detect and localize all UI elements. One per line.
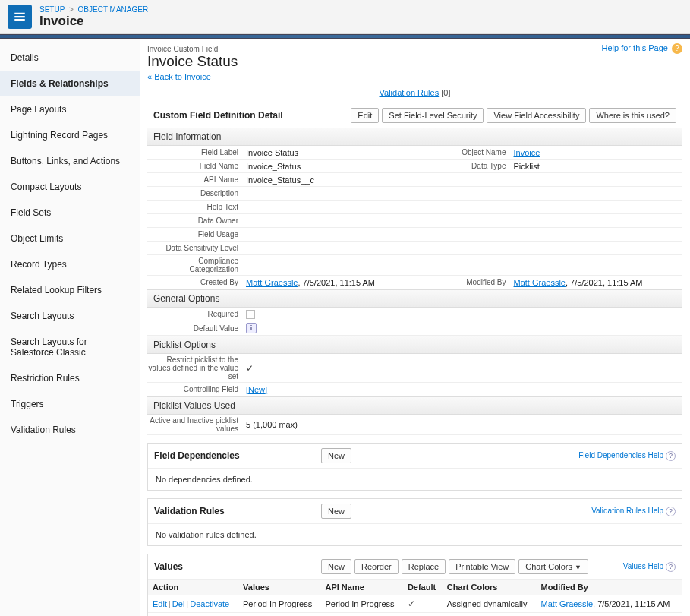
help-icon: ? [666, 507, 676, 516]
back-link[interactable]: « Back to Invoice [147, 72, 211, 81]
col-values: Values [238, 580, 320, 595]
value-field-label: Invoice Status [246, 148, 415, 157]
sidebar-item[interactable]: Details [0, 45, 140, 71]
modified-name[interactable]: Matt Graessle [541, 599, 593, 608]
edit-link[interactable]: Edit [153, 599, 167, 608]
edit-button[interactable]: Edit [351, 108, 379, 123]
cell-chart: Assigned dynamically [443, 613, 537, 616]
header: SETUP > OBJECT MANAGER Invoice [0, 0, 690, 34]
del-link[interactable]: Del [172, 599, 185, 608]
modified-by-name[interactable]: Matt Graessle [514, 278, 566, 287]
cell-chart: Assigned dynamically [443, 595, 537, 613]
sidebar-item[interactable]: Fields & Relationships [0, 71, 140, 96]
label-created-by: Created By [147, 278, 246, 286]
object-title: Invoice Status [147, 53, 682, 70]
field-info-grid: Field LabelInvoice Status Object NameInv… [147, 146, 682, 289]
label-active-inactive: Active and Inactive picklist values [147, 416, 246, 433]
panel-field-deps: Field Dependencies New Field Dependencie… [147, 443, 682, 491]
sidebar-item[interactable]: Validation Rules [0, 417, 140, 443]
val-rules-new-button[interactable]: New [321, 504, 351, 519]
anchor-links: Validation Rules [0] [147, 88, 682, 97]
value-data-type: Picklist [514, 162, 683, 171]
field-deps-help[interactable]: Field Dependencies Help? [578, 451, 676, 461]
sidebar-item[interactable]: Record Types [0, 251, 140, 277]
cell-value: Period In Progress [238, 595, 320, 613]
label-field-label: Field Label [147, 148, 246, 156]
val-rules-title: Validation Rules [154, 506, 321, 516]
cell-default [403, 613, 443, 616]
cell-default: ✓ [403, 595, 443, 613]
values-help-text: Values Help [623, 562, 663, 570]
sidebar-item[interactable]: Restriction Rules [0, 365, 140, 391]
detail-header: Custom Field Definition Detail Edit Set … [147, 103, 682, 128]
breadcrumb-sep: > [69, 5, 74, 14]
sidebar-item[interactable]: Search Layouts for Salesforce Classic [0, 329, 140, 365]
sidebar-item[interactable]: Compact Layouts [0, 174, 140, 200]
validation-rules-anchor[interactable]: Validation Rules [380, 88, 440, 97]
col-action: Action [148, 580, 238, 595]
section-field-info: Field Information [147, 128, 682, 146]
label-compliance: Compliance Categorization [147, 257, 246, 273]
created-by-name[interactable]: Matt Graessle [246, 278, 298, 287]
deactivate-link[interactable]: Deactivate [190, 599, 229, 608]
section-general: General Options [147, 289, 682, 308]
value-object-name[interactable]: Invoice [514, 148, 540, 157]
sidebar-item[interactable]: Lightning Record Pages [0, 122, 140, 148]
sidebar-item[interactable]: Buttons, Links, and Actions [0, 148, 140, 174]
field-deps-title: Field Dependencies [154, 450, 321, 461]
values-help[interactable]: Values Help? [623, 562, 676, 572]
sidebar-item[interactable]: Field Sets [0, 200, 140, 226]
app-launcher-icon[interactable] [8, 5, 32, 29]
detail-title: Custom Field Definition Detail [153, 110, 283, 121]
label-data-owner: Data Owner [147, 216, 246, 225]
created-by-date: , 7/5/2021, 11:15 AM [298, 278, 375, 287]
col-chart-colors: Chart Colors [443, 580, 537, 595]
label-object-name: Object Name [415, 148, 514, 156]
values-printable-button[interactable]: Printable View [449, 559, 515, 574]
vfa-button[interactable]: View Field Accessibility [487, 108, 586, 123]
label-default: Default Value [147, 324, 246, 333]
modified-by-date: , 7/5/2021, 11:15 AM [566, 278, 643, 287]
label-field-name: Field Name [147, 162, 246, 170]
label-restrict: Restrict picklist to the values defined … [147, 355, 246, 381]
values-reorder-button[interactable]: Reorder [354, 559, 399, 574]
check-icon: ✓ [408, 599, 415, 609]
values-replace-button[interactable]: Replace [402, 559, 446, 574]
val-rules-msg: No validation rules defined. [148, 524, 682, 545]
val-rules-help[interactable]: Validation Rules Help? [591, 507, 676, 516]
values-chart-colors-button[interactable]: Chart Colors▼ [518, 559, 588, 574]
field-deps-new-button[interactable]: New [321, 448, 351, 463]
value-active-inactive: 5 (1,000 max) [246, 420, 682, 429]
help-for-page[interactable]: Help for this Page ? [602, 43, 683, 54]
breadcrumb-objmgr[interactable]: OBJECT MANAGER [78, 5, 149, 14]
required-checkbox [246, 310, 255, 319]
values-new-button[interactable]: New [321, 559, 351, 574]
section-picklist-opts: Picklist Options [147, 336, 682, 354]
sidebar-item[interactable]: Search Layouts [0, 303, 140, 329]
breadcrumb-setup[interactable]: SETUP [39, 5, 65, 14]
col-api: API Name [320, 580, 402, 595]
help-icon: ? [666, 562, 676, 572]
sidebar-item[interactable]: Page Layouts [0, 96, 140, 122]
controlling-new-link[interactable]: [New] [246, 385, 267, 394]
fls-button[interactable]: Set Field-Level Security [382, 108, 484, 123]
cell-api: Invoice Sent [320, 613, 402, 616]
label-api-name: API Name [147, 175, 246, 184]
sidebar-item[interactable]: Related Lookup Filters [0, 277, 140, 303]
info-icon[interactable]: i [246, 323, 257, 333]
val-rules-help-text: Validation Rules Help [591, 507, 663, 515]
help-icon: ? [672, 43, 682, 54]
values-table: Action Values API Name Default Chart Col… [148, 580, 682, 616]
label-description: Description [147, 189, 246, 197]
where-used-button[interactable]: Where is this used? [589, 108, 676, 123]
cell-modified: Matt Graessle, 7/5/2021, 11:15 AM [537, 613, 682, 616]
values-title: Values [154, 561, 321, 572]
main: Help for this Page ? Invoice Custom Fiel… [140, 39, 690, 616]
table-row: Edit|Del|DeactivateInvoice SentInvoice S… [148, 613, 682, 616]
field-deps-msg: No dependencies defined. [148, 469, 682, 490]
validation-rules-count: [0] [441, 88, 450, 97]
label-data-type: Data Type [415, 162, 514, 170]
sidebar-item[interactable]: Triggers [0, 391, 140, 417]
sidebar: DetailsFields & RelationshipsPage Layout… [0, 39, 140, 616]
sidebar-item[interactable]: Object Limits [0, 226, 140, 251]
